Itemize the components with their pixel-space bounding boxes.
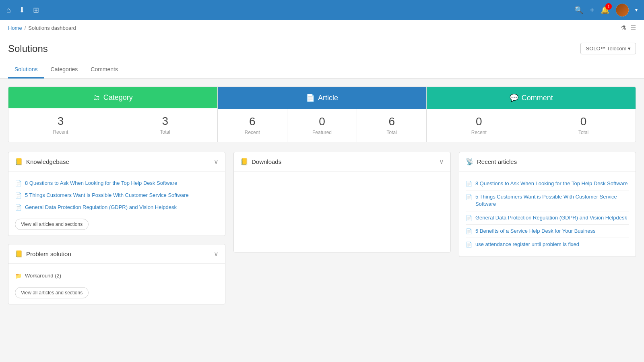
comment-header: 💬 Comment bbox=[427, 87, 636, 109]
brand-dropdown[interactable]: SOLO™ Telecom ▾ bbox=[580, 43, 636, 54]
article-file-icon-2: 📄 bbox=[15, 192, 22, 199]
breadcrumb-icons: ⚗ ☰ bbox=[621, 24, 636, 32]
main-content: 🗂 Category 3 Recent 3 Total 📄 Article bbox=[0, 79, 644, 312]
problem-solution-body: 📁 Workaround (2) View all articles and s… bbox=[8, 264, 225, 304]
knowledgebase-book-icon: 📒 bbox=[15, 158, 23, 165]
article-body: 6 Recent 0 Featured 6 Total bbox=[218, 109, 427, 142]
article-link-1[interactable]: 8 Questions to Ask When Looking for the … bbox=[25, 180, 177, 187]
article-total: 6 Total bbox=[357, 109, 426, 142]
nav-right: 🔍 + 🔔 1 ▾ bbox=[574, 4, 638, 17]
recent-article-link-5[interactable]: use attendance register until problem is… bbox=[475, 241, 579, 248]
category-recent: 3 Recent bbox=[8, 108, 113, 141]
knowledgebase-title: 📒 Knowledgebase bbox=[15, 158, 69, 165]
top-nav: ⌂ ⬇ ⊞ 🔍 + 🔔 1 ▾ bbox=[0, 0, 644, 20]
list-item: 📄 use attendance register until problem … bbox=[466, 238, 629, 251]
article-file-icon-3: 📄 bbox=[15, 204, 22, 211]
category-card: 🗂 Category 3 Recent 3 Total bbox=[8, 87, 217, 142]
recent-articles-header: 📡 Recent articles bbox=[459, 152, 636, 172]
downloads-title: 📒 Downloads bbox=[240, 158, 281, 165]
article-recent: 6 Recent bbox=[218, 109, 287, 142]
category-title: Category bbox=[103, 93, 133, 102]
problem-solution-header: 📒 Problem solution ∨ bbox=[8, 244, 225, 264]
knowledgebase-toggle[interactable]: ∨ bbox=[214, 158, 219, 165]
grid-icon[interactable]: ⊞ bbox=[33, 6, 39, 14]
tab-solutions[interactable]: Solutions bbox=[8, 61, 44, 79]
comment-total-number: 0 bbox=[538, 115, 629, 128]
tab-categories[interactable]: Categories bbox=[44, 61, 85, 79]
filter-icon[interactable]: ⚗ bbox=[621, 24, 626, 32]
search-icon[interactable]: 🔍 bbox=[574, 6, 583, 14]
recent-articles-panel: 📡 Recent articles 📄 8 Questions to Ask W… bbox=[459, 152, 636, 257]
list-item: 📄 General Data Protection Regulation (GD… bbox=[15, 201, 219, 213]
download-icon[interactable]: ⬇ bbox=[19, 6, 25, 14]
stats-row: 🗂 Category 3 Recent 3 Total 📄 Article bbox=[8, 87, 636, 142]
section-item-workaround: 📁 Workaround (2) bbox=[15, 269, 219, 282]
breadcrumb-home[interactable]: Home bbox=[8, 25, 22, 31]
list-item: 📄 8 Questions to Ask When Looking for th… bbox=[466, 177, 629, 190]
knowledgebase-body: 📄 8 Questions to Ask When Looking for th… bbox=[8, 172, 225, 236]
category-recent-label: Recent bbox=[15, 129, 106, 135]
breadcrumb-current: Solutions dashboard bbox=[28, 25, 76, 31]
knowledgebase-view-button[interactable]: View all articles and sections bbox=[15, 219, 89, 230]
avatar[interactable] bbox=[616, 4, 629, 17]
avatar-dropdown-arrow[interactable]: ▾ bbox=[635, 7, 638, 13]
knowledgebase-header: 📒 Knowledgebase ∨ bbox=[8, 152, 225, 172]
home-icon[interactable]: ⌂ bbox=[6, 6, 11, 14]
tab-comments[interactable]: Comments bbox=[84, 61, 124, 79]
category-total-label: Total bbox=[120, 129, 211, 135]
list-item: 📄 General Data Protection Regulation (GD… bbox=[466, 211, 629, 225]
downloads-book-icon: 📒 bbox=[240, 158, 248, 165]
list-item: 📄 5 Things Customers Want is Possible Wi… bbox=[15, 189, 219, 201]
article-link-2[interactable]: 5 Things Customers Want is Possible With… bbox=[25, 192, 189, 199]
comment-title: Comment bbox=[522, 94, 553, 102]
article-header: 📄 Article bbox=[218, 87, 427, 109]
category-recent-number: 3 bbox=[15, 115, 106, 128]
recent-article-link-4[interactable]: 5 Benefits of a Service Help Desk for Yo… bbox=[475, 228, 595, 235]
article-card: 📄 Article 6 Recent 0 Featured 6 Total bbox=[217, 87, 427, 142]
article-featured-label: Featured bbox=[294, 130, 350, 135]
knowledgebase-panel: 📒 Knowledgebase ∨ 📄 8 Questions to Ask W… bbox=[8, 152, 225, 236]
comment-recent-number: 0 bbox=[433, 115, 524, 128]
nav-left: ⌂ ⬇ ⊞ bbox=[6, 6, 39, 14]
recent-article-link-1[interactable]: 8 Questions to Ask When Looking for the … bbox=[475, 180, 627, 187]
recent-file-icon-2: 📄 bbox=[466, 194, 472, 200]
bell-container[interactable]: 🔔 1 bbox=[601, 6, 609, 14]
problem-solution-toggle[interactable]: ∨ bbox=[214, 250, 219, 258]
article-file-icon-1: 📄 bbox=[15, 180, 22, 186]
breadcrumb: Home / Solutions dashboard bbox=[8, 25, 76, 31]
article-title: Article bbox=[318, 94, 338, 102]
downloads-title-text: Downloads bbox=[252, 158, 281, 165]
problem-solution-title: 📒 Problem solution bbox=[15, 250, 71, 258]
recent-file-icon-5: 📄 bbox=[466, 242, 472, 248]
problem-book-icon: 📒 bbox=[15, 250, 23, 258]
tabs-bar: Solutions Categories Comments bbox=[0, 61, 644, 79]
category-body: 3 Recent 3 Total bbox=[8, 108, 217, 141]
page-header: Solutions SOLO™ Telecom ▾ bbox=[0, 36, 644, 61]
panel-middle-column: 📒 Downloads ∨ bbox=[233, 152, 451, 252]
recent-file-icon-3: 📄 bbox=[466, 215, 472, 221]
section-folder-icon: 📁 bbox=[15, 273, 22, 279]
downloads-body bbox=[234, 172, 450, 252]
recent-article-link-2[interactable]: 5 Things Customers Want is Possible With… bbox=[475, 193, 629, 208]
recent-article-link-3[interactable]: General Data Protection Regulation (GDPR… bbox=[475, 214, 627, 221]
comment-recent-label: Recent bbox=[433, 130, 524, 135]
problem-solution-view-button[interactable]: View all articles and sections bbox=[15, 287, 89, 298]
article-featured-number: 0 bbox=[294, 115, 350, 128]
category-folder-icon: 🗂 bbox=[93, 93, 100, 102]
recent-articles-title-text: Recent articles bbox=[477, 158, 517, 165]
article-link-3[interactable]: General Data Protection Regulation (GDPR… bbox=[25, 204, 177, 211]
downloads-toggle[interactable]: ∨ bbox=[439, 158, 444, 165]
panels-row: 📒 Knowledgebase ∨ 📄 8 Questions to Ask W… bbox=[8, 152, 636, 304]
plus-icon[interactable]: + bbox=[590, 6, 594, 14]
section-label: Workaround (2) bbox=[25, 273, 61, 279]
menu-icon[interactable]: ☰ bbox=[630, 24, 636, 32]
category-header: 🗂 Category bbox=[8, 87, 217, 108]
problem-solution-panel: 📒 Problem solution ∨ 📁 Workaround (2) Vi… bbox=[8, 244, 225, 304]
page-title: Solutions bbox=[8, 43, 48, 54]
panel-left-column: 📒 Knowledgebase ∨ 📄 8 Questions to Ask W… bbox=[8, 152, 225, 304]
article-total-number: 6 bbox=[363, 115, 420, 128]
recent-articles-body: 📄 8 Questions to Ask When Looking for th… bbox=[459, 172, 636, 257]
comment-bubble-icon: 💬 bbox=[510, 93, 518, 102]
article-recent-label: Recent bbox=[224, 130, 281, 135]
downloads-panel: 📒 Downloads ∨ bbox=[233, 152, 451, 252]
